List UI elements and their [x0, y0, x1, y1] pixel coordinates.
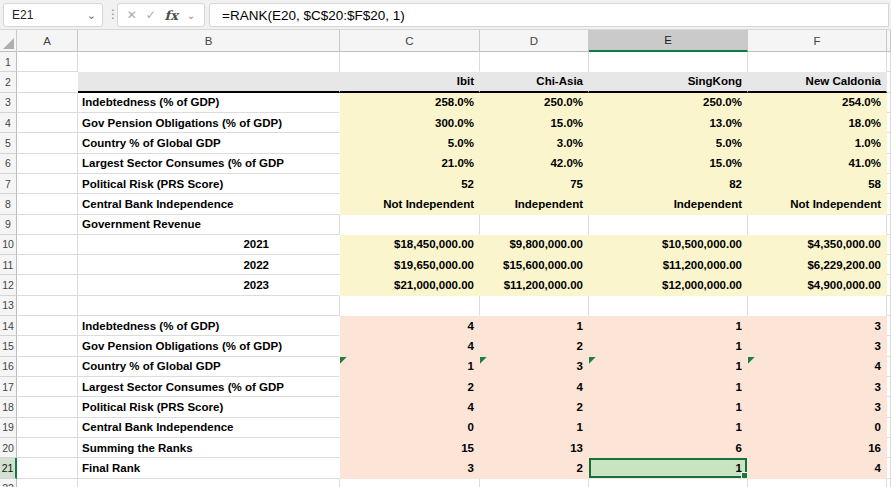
name-box[interactable]: E21 ⌄ [3, 3, 103, 27]
cell-B15[interactable]: Gov Pension Obligations (% of GDP) [78, 336, 340, 356]
row-header-18[interactable]: 18 [0, 397, 17, 417]
cell-D4[interactable]: 15.0% [480, 113, 589, 133]
cell-D15[interactable]: 2 [480, 336, 589, 356]
column-header-G-partial[interactable] [887, 30, 891, 52]
cell-A18[interactable] [17, 397, 78, 417]
cell-F13[interactable] [748, 296, 887, 316]
column-header-F[interactable]: F [748, 30, 887, 52]
row-header-1[interactable]: 1 [0, 52, 17, 72]
cell-D10[interactable]: $9,800,000.00 [480, 235, 589, 255]
cell-F1[interactable] [748, 52, 887, 72]
row-header-11[interactable]: 11 [0, 255, 17, 275]
cell-A12[interactable] [17, 275, 78, 295]
cell-C7[interactable]: 52 [340, 174, 480, 194]
cell-G7[interactable] [887, 174, 891, 194]
cell-F6[interactable]: 41.0% [748, 154, 887, 174]
cell-A6[interactable] [17, 154, 78, 174]
row-header-5[interactable]: 5 [0, 133, 17, 153]
cell-A17[interactable] [17, 377, 78, 397]
cell-G9[interactable] [887, 215, 891, 235]
cell-B8[interactable]: Central Bank Independence [78, 194, 340, 214]
insert-function-icon[interactable]: fx [165, 8, 178, 23]
cell-E19[interactable]: 1 [589, 418, 748, 438]
cell-G10[interactable] [887, 235, 891, 255]
column-header-E[interactable]: E [589, 30, 748, 52]
chevron-down-icon[interactable]: ⌄ [187, 10, 195, 21]
cell-G8[interactable] [887, 194, 891, 214]
cell-E22[interactable] [589, 479, 748, 487]
cell-F9[interactable] [748, 215, 887, 235]
cell-G22[interactable] [887, 479, 891, 487]
cell-C22[interactable] [340, 479, 480, 487]
cell-E17[interactable]: 1 [589, 377, 748, 397]
cell-C12[interactable]: $21,000,000.00 [340, 275, 480, 295]
cell-C18[interactable]: 4 [340, 397, 480, 417]
cell-E9[interactable] [589, 215, 748, 235]
cell-F11[interactable]: $6,229,200.00 [748, 255, 887, 275]
cell-A2[interactable] [17, 72, 78, 92]
column-header-B[interactable]: B [78, 30, 340, 52]
cell-B21[interactable]: Final Rank [78, 458, 340, 478]
cell-D11[interactable]: $15,600,000.00 [480, 255, 589, 275]
cell-F7[interactable]: 58 [748, 174, 887, 194]
cell-F2[interactable]: New Caldonia [748, 72, 887, 92]
cell-G17[interactable] [887, 377, 891, 397]
row-header-2[interactable]: 2 [0, 72, 17, 92]
cell-D21[interactable]: 2 [480, 458, 589, 478]
cell-E10[interactable]: $10,500,000.00 [589, 235, 748, 255]
cell-B11[interactable]: 2022 [78, 255, 340, 275]
cell-D16[interactable]: 3 [480, 357, 589, 377]
cell-C13[interactable] [340, 296, 480, 316]
cell-C3[interactable]: 258.0% [340, 93, 480, 113]
row-header-6[interactable]: 6 [0, 154, 17, 174]
cell-B5[interactable]: Country % of Global GDP [78, 133, 340, 153]
cell-G13[interactable] [887, 296, 891, 316]
cell-F12[interactable]: $4,900,000.00 [748, 275, 887, 295]
cancel-icon[interactable]: ✕ [127, 8, 137, 22]
cell-C6[interactable]: 21.0% [340, 154, 480, 174]
cell-C16[interactable]: 1 [340, 357, 480, 377]
cell-B20[interactable]: Summing the Ranks [78, 438, 340, 458]
cell-B7[interactable]: Political Risk (PRS Score) [78, 174, 340, 194]
cell-C4[interactable]: 300.0% [340, 113, 480, 133]
cell-A22[interactable] [17, 479, 78, 487]
cell-D12[interactable]: $11,200,000.00 [480, 275, 589, 295]
cell-E13[interactable] [589, 296, 748, 316]
cell-B17[interactable]: Largest Sector Consumes (% of GDP [78, 377, 340, 397]
cell-G20[interactable] [887, 438, 891, 458]
cell-D14[interactable]: 1 [480, 316, 589, 336]
cell-E16[interactable]: 1 [589, 357, 748, 377]
row-header-8[interactable]: 8 [0, 194, 17, 214]
cell-B10[interactable]: 2021 [78, 235, 340, 255]
cell-C19[interactable]: 0 [340, 418, 480, 438]
cell-D18[interactable]: 2 [480, 397, 589, 417]
cell-G1[interactable] [887, 52, 891, 72]
cell-G12[interactable] [887, 275, 891, 295]
cell-E3[interactable]: 250.0% [589, 93, 748, 113]
cell-B14[interactable]: Indebtedness (% of GDP) [78, 316, 340, 336]
cell-C17[interactable]: 2 [340, 377, 480, 397]
cell-D17[interactable]: 4 [480, 377, 589, 397]
cell-E2[interactable]: SingKong [589, 72, 748, 92]
cell-E12[interactable]: $12,000,000.00 [589, 275, 748, 295]
cell-A16[interactable] [17, 357, 78, 377]
cell-A14[interactable] [17, 316, 78, 336]
row-header-13[interactable]: 13 [0, 296, 17, 316]
cell-F8[interactable]: Not Independent [748, 194, 887, 214]
cell-B4[interactable]: Gov Pension Obligations (% of GDP) [78, 113, 340, 133]
cell-E21[interactable]: 1 [589, 458, 748, 478]
cell-D6[interactable]: 42.0% [480, 154, 589, 174]
cell-E15[interactable]: 1 [589, 336, 748, 356]
cell-C9[interactable] [340, 215, 480, 235]
cell-G5[interactable] [887, 133, 891, 153]
cell-E1[interactable] [589, 52, 748, 72]
cell-C2[interactable]: Ibit [340, 72, 480, 92]
cell-G14[interactable] [887, 316, 891, 336]
column-header-A[interactable]: A [17, 30, 78, 52]
cell-G16[interactable] [887, 357, 891, 377]
cell-A1[interactable] [17, 52, 78, 72]
cell-G15[interactable] [887, 336, 891, 356]
cell-G11[interactable] [887, 255, 891, 275]
formula-bar[interactable]: =RANK(E20, $C$20:$F$20, 1) [209, 3, 889, 27]
column-header-D[interactable]: D [480, 30, 589, 52]
